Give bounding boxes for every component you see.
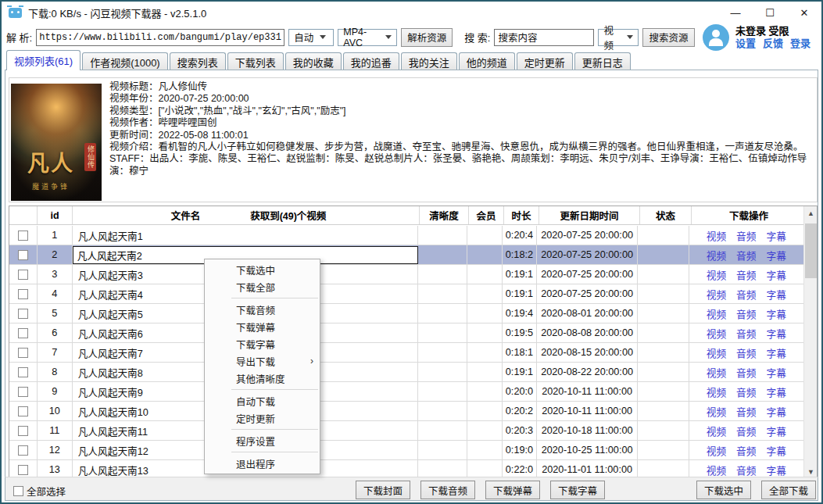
row-checkbox[interactable] [18, 231, 28, 241]
header-cell-status[interactable]: 状态 [640, 206, 692, 224]
download-audio-button[interactable]: 下载音频 [420, 481, 475, 499]
header-cell-duration[interactable]: 时长 [504, 206, 539, 224]
avatar[interactable] [703, 24, 729, 51]
op-link-audio[interactable]: 音频 [736, 443, 756, 458]
settings-link[interactable]: 设置 [735, 38, 756, 50]
table-row[interactable]: 13凡人风起天南130:22:02020-11-01 11:00:00视频音频字… [9, 460, 803, 478]
row-checkbox[interactable] [18, 406, 28, 416]
table-row[interactable]: 7凡人风起天南70:18:12020-08-15 20:00:00视频音频字幕 [9, 343, 803, 363]
download-danmaku-button[interactable]: 下载弹幕 [485, 481, 540, 499]
menu-item-download-audio[interactable]: 下载音频 [205, 301, 320, 318]
table-row[interactable]: 6凡人风起天南60:19:52020-08-08 20:00:00视频音频字幕 [9, 323, 803, 343]
header-cell-ops[interactable]: 下载操作 [692, 206, 807, 224]
table-row[interactable]: 10凡人风起天南100:20:22020-10-11 11:00:00视频音频字… [9, 402, 803, 421]
op-link-video[interactable]: 视频 [707, 384, 726, 399]
scroll-thumb[interactable] [805, 223, 817, 278]
op-link-audio[interactable]: 音频 [736, 248, 756, 263]
op-link-subtitle[interactable]: 字幕 [766, 463, 785, 477]
feedback-link[interactable]: 反馈 [763, 38, 783, 50]
op-link-audio[interactable]: 音频 [736, 424, 756, 438]
op-link-video[interactable]: 视频 [707, 306, 726, 321]
menu-item-exit-program[interactable]: 退出程序 [205, 455, 320, 472]
row-checkbox[interactable] [18, 367, 28, 377]
op-link-video[interactable]: 视频 [707, 267, 726, 282]
op-link-video[interactable]: 视频 [707, 443, 726, 458]
op-link-subtitle[interactable]: 字幕 [766, 228, 785, 243]
row-checkbox[interactable] [18, 309, 28, 319]
row-checkbox[interactable] [18, 328, 28, 338]
url-input[interactable] [36, 29, 284, 46]
tab-his-channel[interactable]: 他的频道 [459, 52, 515, 70]
header-cell-filename[interactable]: 文件名 获取到(49)个视频 [73, 206, 420, 224]
format-select[interactable]: MP4-AVC [338, 29, 397, 46]
op-link-audio[interactable]: 音频 [736, 345, 756, 360]
table-row[interactable]: 11凡人风起天南110:20:32020-10-18 11:00:00视频音频字… [9, 421, 803, 441]
op-link-subtitle[interactable]: 字幕 [766, 345, 785, 360]
menu-item-download-selected[interactable]: 下载选中 [205, 261, 320, 278]
row-checkbox[interactable] [18, 465, 28, 475]
row-checkbox[interactable] [18, 289, 28, 299]
poster-thumbnail[interactable]: 凡人 魔道争锋 修仙传 [11, 84, 102, 201]
row-checkbox[interactable] [18, 445, 28, 456]
op-link-subtitle[interactable]: 字幕 [766, 384, 785, 399]
header-cell-vip[interactable]: 会员 [469, 206, 504, 224]
table-row[interactable]: 12凡人风起天南120:19:02020-10-25 11:00:00视频音频字… [9, 441, 803, 460]
menu-item-program-settings[interactable]: 程序设置 [205, 432, 320, 449]
op-link-audio[interactable]: 音频 [736, 306, 756, 321]
menu-item-download-all[interactable]: 下载全部 [205, 278, 320, 295]
search-type-select[interactable]: 视频 [598, 29, 639, 46]
parse-resource-button[interactable]: 解析资源 [401, 28, 453, 47]
row-checkbox[interactable] [18, 387, 28, 397]
header-cell-id[interactable]: id [38, 206, 73, 224]
menu-item-scheduled-update[interactable]: 定时更新 [205, 409, 320, 427]
tab-scheduled-update[interactable]: 定时更新 [517, 52, 573, 70]
close-button[interactable]: ✕ [787, 2, 821, 23]
op-link-audio[interactable]: 音频 [736, 326, 756, 341]
header-cell-quality[interactable]: 清晰度 [420, 206, 469, 224]
menu-item-download-subtitle[interactable]: 下载字幕 [205, 335, 320, 352]
op-link-subtitle[interactable]: 字幕 [766, 365, 785, 380]
op-link-video[interactable]: 视频 [707, 365, 726, 380]
op-link-subtitle[interactable]: 字幕 [766, 326, 785, 341]
tab-my-bangumi[interactable]: 我的追番 [343, 52, 399, 70]
tab-search-list[interactable]: 搜索列表 [170, 52, 226, 70]
menu-item-auto-download[interactable]: 自动下载 [205, 392, 320, 409]
op-link-subtitle[interactable]: 字幕 [766, 306, 785, 321]
op-link-subtitle[interactable]: 字幕 [766, 287, 785, 302]
tab-my-follows[interactable]: 我的关注 [401, 52, 457, 70]
op-link-video[interactable]: 视频 [707, 326, 726, 341]
op-link-video[interactable]: 视频 [707, 248, 726, 263]
row-checkbox[interactable] [18, 348, 28, 358]
table-row[interactable]: 20:18:22020-07-25 20:00:00视频音频字幕 [9, 245, 803, 265]
tab-author-videos[interactable]: 作者视频(1000) [82, 52, 168, 70]
row-checkbox[interactable] [18, 426, 28, 436]
op-link-video[interactable]: 视频 [707, 463, 726, 477]
op-link-subtitle[interactable]: 字幕 [766, 267, 785, 282]
table-row[interactable]: 3凡人风起天南30:19:12020-07-25 20:00:00视频音频字幕 [9, 265, 803, 284]
row-checkbox[interactable] [18, 250, 28, 260]
op-link-audio[interactable]: 音频 [736, 384, 756, 399]
tab-update-log[interactable]: 更新日志 [574, 52, 631, 70]
scroll-up-icon[interactable]: ▲ [804, 206, 818, 220]
menu-item-other-quality[interactable]: 其他清晰度 [205, 370, 320, 387]
download-cover-button[interactable]: 下载封面 [356, 481, 410, 499]
vertical-scrollbar[interactable]: ▲ ▼ [803, 206, 817, 478]
op-link-video[interactable]: 视频 [707, 404, 726, 419]
op-link-subtitle[interactable]: 字幕 [766, 424, 785, 438]
table-row[interactable]: 1凡人风起天南10:20:42020-07-25 20:00:00视频音频字幕 [9, 226, 803, 245]
op-link-subtitle[interactable]: 字幕 [766, 248, 785, 263]
op-link-audio[interactable]: 音频 [736, 463, 756, 477]
quality-select[interactable]: 自动 [288, 29, 334, 46]
select-all-checkbox[interactable] [13, 486, 23, 496]
op-link-audio[interactable]: 音频 [736, 267, 756, 282]
login-link[interactable]: 登录 [790, 38, 810, 50]
op-link-audio[interactable]: 音频 [736, 404, 756, 419]
table-row[interactable]: 4凡人风起天南40:19:12020-07-25 20:00:00视频音频字幕 [9, 284, 803, 304]
op-link-audio[interactable]: 音频 [736, 287, 756, 302]
menu-item-export-download[interactable]: 导出下载› [205, 352, 320, 370]
op-link-video[interactable]: 视频 [707, 287, 726, 302]
row-name[interactable]: 凡人风起天南1 [73, 226, 418, 245]
table-row[interactable]: 9凡人风起天南90:20:02020-10-11 11:00:00视频音频字幕 [9, 382, 803, 402]
op-link-audio[interactable]: 音频 [736, 228, 756, 243]
row-checkbox[interactable] [18, 270, 28, 280]
